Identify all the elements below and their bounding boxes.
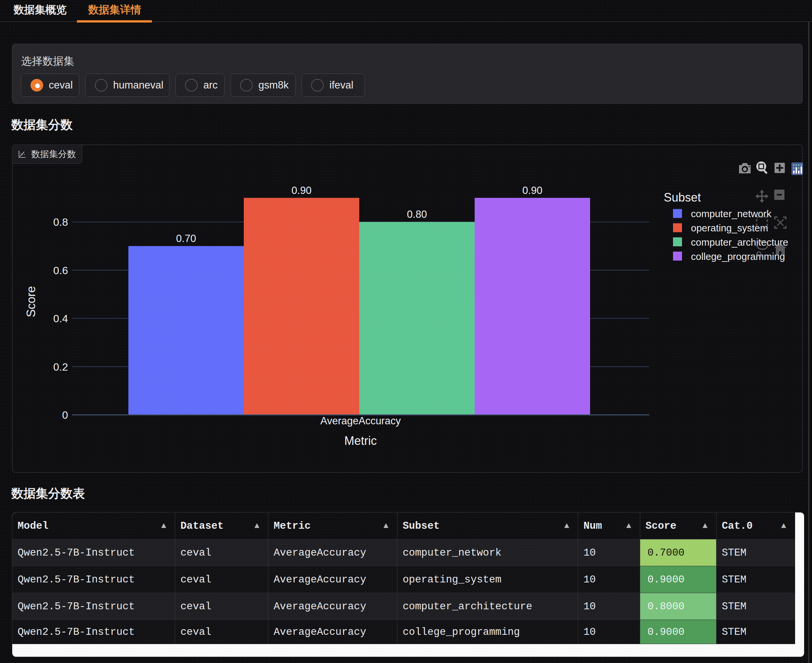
svg-text:0.8: 0.8 xyxy=(53,216,68,228)
svg-text:Score: Score xyxy=(24,286,38,317)
svg-text:AverageAccuracy: AverageAccuracy xyxy=(321,415,401,427)
svg-text:0.80: 0.80 xyxy=(407,209,427,220)
svg-text:0.70: 0.70 xyxy=(176,233,196,244)
svg-text:0.4: 0.4 xyxy=(53,313,68,325)
svg-text:0: 0 xyxy=(62,409,68,421)
svg-text:0.90: 0.90 xyxy=(292,184,311,196)
svg-text:0.6: 0.6 xyxy=(53,265,68,277)
svg-text:Subset: Subset xyxy=(664,191,701,204)
svg-text:computer_network: computer_network xyxy=(691,208,771,219)
svg-text:college_programming: college_programming xyxy=(691,251,785,262)
svg-text:0.90: 0.90 xyxy=(522,184,542,196)
svg-text:Metric: Metric xyxy=(344,434,377,448)
svg-text:0.2: 0.2 xyxy=(53,361,68,373)
svg-text:computer_architecture: computer_architecture xyxy=(691,237,788,247)
